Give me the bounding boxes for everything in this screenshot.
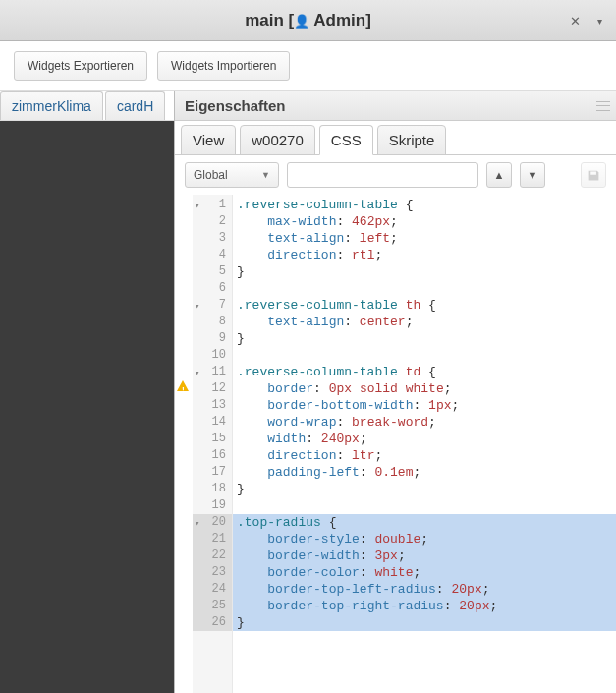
title-user: Admin bbox=[313, 11, 365, 29]
code-line[interactable]: } bbox=[233, 263, 616, 280]
code-line[interactable]: border-style: double; bbox=[233, 531, 616, 548]
warning-cell bbox=[175, 412, 193, 429]
line-number: 17 bbox=[193, 464, 232, 481]
line-number: 3 bbox=[193, 230, 232, 247]
move-down-button[interactable]: ▼ bbox=[520, 162, 545, 188]
line-number: 4 bbox=[193, 247, 232, 263]
code-line[interactable]: .reverse-column-table td { bbox=[233, 364, 616, 380]
warning-cell bbox=[175, 312, 193, 328]
canvas-area[interactable] bbox=[0, 121, 174, 693]
code-line[interactable]: padding-left: 0.1em; bbox=[233, 464, 616, 481]
move-up-button[interactable]: ▲ bbox=[486, 162, 512, 188]
code-line[interactable]: .reverse-column-table th { bbox=[233, 297, 616, 314]
scope-dropdown[interactable]: Global ▼ bbox=[185, 162, 279, 188]
code-line[interactable]: direction: rtl; bbox=[233, 247, 616, 263]
code-line[interactable]: } bbox=[233, 330, 616, 347]
warning-cell bbox=[175, 612, 193, 629]
warning-cell bbox=[175, 429, 193, 445]
code-line[interactable]: } bbox=[233, 481, 616, 497]
warning-cell bbox=[175, 362, 193, 378]
warning-cell bbox=[175, 345, 193, 362]
code-line[interactable]: border-bottom-width: 1px; bbox=[233, 397, 616, 414]
line-number: 12 bbox=[193, 380, 232, 397]
warning-cell bbox=[175, 546, 193, 562]
code-line[interactable]: .reverse-column-table { bbox=[233, 197, 616, 213]
line-number: 18 bbox=[193, 481, 232, 497]
properties-panel: Eigenschaften View w00270 CSS Skripte Gl… bbox=[174, 91, 616, 693]
warning-cell bbox=[175, 479, 193, 495]
chevron-down-icon: ▼ bbox=[261, 170, 270, 180]
line-number: 24 bbox=[193, 581, 232, 598]
warning-cell bbox=[175, 211, 193, 228]
code-line[interactable]: width: 240px; bbox=[233, 431, 616, 447]
line-number: 20▾ bbox=[193, 514, 232, 531]
code-line[interactable] bbox=[233, 347, 616, 364]
line-number: 13 bbox=[193, 397, 232, 414]
code-line[interactable]: .top-radius { bbox=[233, 514, 616, 531]
line-number: 10 bbox=[193, 347, 232, 364]
line-number: 11▾ bbox=[193, 364, 232, 380]
window-menu-icon[interactable]: ▾ bbox=[590, 11, 608, 30]
code-editor[interactable]: 1▾234567▾891011▾121314151617181920▾21222… bbox=[175, 195, 616, 693]
line-number: 1▾ bbox=[193, 197, 232, 213]
code-line[interactable]: border-color: white; bbox=[233, 564, 616, 581]
code-line[interactable] bbox=[233, 280, 616, 297]
code-line[interactable]: border-width: 3px; bbox=[233, 548, 616, 564]
panel-header: Eigenschaften bbox=[175, 91, 616, 121]
warning-cell bbox=[175, 445, 193, 462]
code-line[interactable]: border-top-right-radius: 20px; bbox=[233, 598, 616, 614]
code-line[interactable] bbox=[233, 497, 616, 514]
line-number: 19 bbox=[193, 497, 232, 514]
warning-cell bbox=[175, 261, 193, 278]
window-titlebar: main [👤 Admin] ✕ ▾ bbox=[0, 0, 616, 41]
import-widgets-button[interactable]: Widgets Importieren bbox=[157, 51, 290, 81]
warning-cell bbox=[175, 395, 193, 412]
view-tab-zimmerklima[interactable]: zimmerKlima bbox=[0, 91, 103, 120]
warning-cell bbox=[175, 579, 193, 596]
view-tab-cardh[interactable]: cardH bbox=[105, 91, 165, 120]
main-area: zimmerKlima cardH Eigenschaften View w00… bbox=[0, 91, 616, 693]
warning-icon bbox=[177, 380, 189, 391]
code-line[interactable]: } bbox=[233, 614, 616, 631]
line-number: 5 bbox=[193, 263, 232, 280]
code-line[interactable]: border: 0px solid white; bbox=[233, 380, 616, 397]
warning-cell bbox=[175, 328, 193, 345]
line-number: 16 bbox=[193, 447, 232, 464]
code-line[interactable]: border-top-left-radius: 20px; bbox=[233, 581, 616, 598]
warning-gutter bbox=[175, 195, 193, 693]
close-icon[interactable]: ✕ bbox=[565, 11, 585, 30]
code-line[interactable]: text-align: center; bbox=[233, 314, 616, 330]
user-icon: 👤 bbox=[294, 14, 309, 29]
warning-cell bbox=[175, 195, 193, 211]
code-line[interactable]: word-wrap: break-word; bbox=[233, 414, 616, 431]
code-line[interactable]: text-align: left; bbox=[233, 230, 616, 247]
code-line[interactable]: max-width: 462px; bbox=[233, 213, 616, 230]
warning-cell bbox=[175, 378, 193, 395]
title-prefix: main [ bbox=[245, 11, 294, 29]
code-line[interactable]: direction: ltr; bbox=[233, 447, 616, 464]
window-title: main [👤 Admin] bbox=[245, 11, 371, 30]
line-number: 8 bbox=[193, 314, 232, 330]
line-number-gutter: 1▾234567▾891011▾121314151617181920▾21222… bbox=[193, 195, 233, 693]
grip-icon[interactable] bbox=[596, 99, 610, 113]
warning-cell bbox=[175, 278, 193, 295]
warning-cell bbox=[175, 495, 193, 512]
warning-cell bbox=[175, 529, 193, 546]
tab-scripts[interactable]: Skripte bbox=[377, 125, 447, 155]
code-content[interactable]: .reverse-column-table { max-width: 462px… bbox=[233, 195, 616, 693]
save-icon bbox=[588, 169, 600, 182]
search-input[interactable] bbox=[287, 162, 478, 188]
export-widgets-button[interactable]: Widgets Exportieren bbox=[14, 51, 147, 81]
tab-view[interactable]: View bbox=[181, 125, 236, 155]
line-number: 14 bbox=[193, 414, 232, 431]
warning-cell bbox=[175, 245, 193, 261]
save-button[interactable] bbox=[581, 162, 606, 188]
top-toolbar: Widgets Exportieren Widgets Importieren bbox=[0, 41, 616, 91]
line-number: 6 bbox=[193, 280, 232, 297]
warning-cell bbox=[175, 462, 193, 479]
tab-widget[interactable]: w00270 bbox=[240, 125, 315, 155]
view-tabs-row: zimmerKlima cardH bbox=[0, 91, 174, 121]
line-number: 25 bbox=[193, 598, 232, 614]
line-number: 15 bbox=[193, 431, 232, 447]
tab-css[interactable]: CSS bbox=[319, 125, 373, 155]
